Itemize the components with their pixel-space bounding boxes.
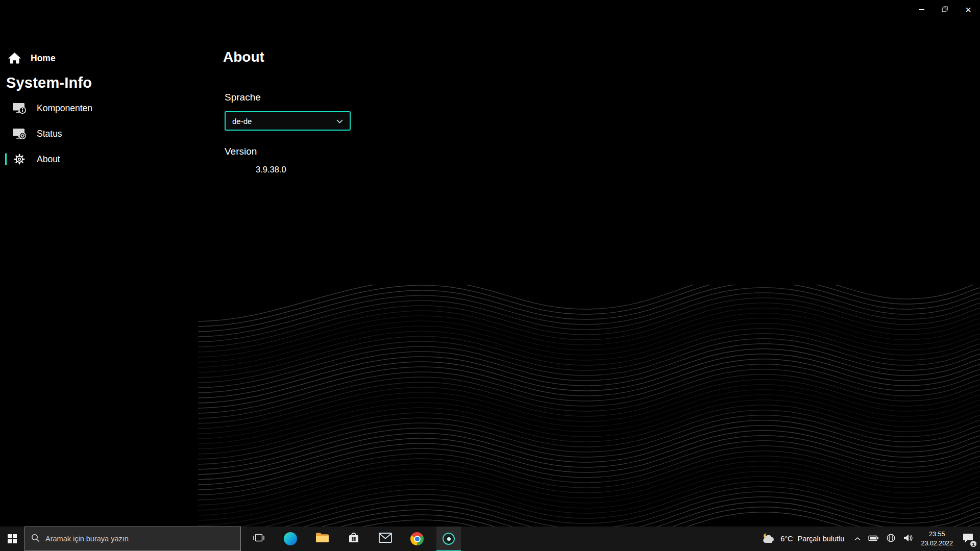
sidebar-item-label: About (37, 154, 60, 165)
store-button[interactable] (341, 527, 366, 551)
notification-badge: 1 (970, 540, 977, 547)
sidebar-item-komponenten[interactable]: Komponenten (0, 95, 194, 121)
monitor-info-icon (12, 102, 27, 115)
system-info-app-icon (443, 533, 455, 545)
version-label: Version (225, 146, 351, 157)
network-globe-icon (886, 533, 896, 545)
edge-button[interactable] (278, 527, 303, 551)
taskbar-apps (247, 527, 461, 551)
search-input[interactable] (45, 535, 234, 543)
monitor-gear-icon (12, 128, 27, 140)
start-button[interactable] (0, 527, 24, 551)
chevron-up-icon (854, 534, 861, 543)
file-explorer-button[interactable] (310, 527, 334, 551)
sidebar: Home System-Info Komponenten (0, 48, 194, 172)
search-icon (31, 534, 40, 544)
volume-icon (903, 534, 913, 544)
store-icon (348, 532, 360, 546)
page-title: About (223, 49, 351, 65)
task-view-icon (253, 532, 265, 545)
chrome-button[interactable] (405, 527, 429, 551)
tray-expand-button[interactable] (850, 527, 865, 551)
main-content: About Sprache de-de Version 3.9.38.0 (223, 49, 351, 174)
taskbar: 6°C Parçalı bulutlu (0, 527, 980, 551)
battery-status-button[interactable] (865, 527, 883, 551)
edge-icon (284, 532, 297, 545)
notification-center-button[interactable]: 1 (958, 527, 980, 551)
sidebar-item-label: Komponenten (37, 103, 92, 114)
taskbar-search (24, 527, 241, 551)
windows-logo-icon (8, 534, 17, 543)
mail-icon (379, 533, 392, 545)
language-label: Sprache (225, 92, 351, 103)
close-button[interactable]: × (957, 0, 980, 19)
network-status-button[interactable] (883, 527, 899, 551)
gear-icon (12, 153, 27, 166)
language-dropdown[interactable]: de-de (225, 111, 351, 131)
file-explorer-icon (315, 532, 329, 545)
background-waves (198, 285, 980, 529)
sidebar-item-status[interactable]: Status (0, 121, 194, 146)
clock-date: 23.02.2022 (921, 539, 953, 548)
clock-time: 23:55 (929, 530, 945, 539)
home-icon (7, 52, 21, 64)
weather-condition: Parçalı bulutlu (798, 535, 845, 543)
battery-icon (868, 534, 879, 543)
version-value: 3.9.38.0 (256, 165, 351, 174)
close-icon: × (965, 5, 971, 15)
app-title: System-Info (6, 74, 194, 91)
sidebar-item-label: Status (37, 129, 62, 139)
chrome-icon (410, 532, 424, 545)
sidebar-nav: Komponenten (0, 95, 194, 172)
task-view-button[interactable] (247, 527, 271, 551)
weather-temp: 6°C (780, 535, 793, 543)
weather-icon (762, 532, 776, 545)
sidebar-home-label: Home (31, 53, 56, 64)
minimize-button[interactable] (910, 0, 933, 19)
language-dropdown-value: de-de (232, 117, 252, 126)
weather-widget[interactable]: 6°C Parçalı bulutlu (755, 527, 850, 551)
maximize-restore-button[interactable] (933, 0, 957, 19)
mail-button[interactable] (373, 527, 398, 551)
sidebar-item-about[interactable]: About (0, 146, 194, 172)
chevron-down-icon (336, 117, 344, 126)
clock[interactable]: 23:55 23.02.2022 (916, 527, 958, 551)
system-tray: 6°C Parçalı bulutlu (755, 527, 980, 551)
minimize-icon (919, 9, 924, 10)
window-controls: × (910, 0, 980, 19)
desktop: × Home System-Info (0, 0, 980, 551)
volume-button[interactable] (899, 527, 916, 551)
system-info-app-button[interactable] (436, 527, 461, 551)
sidebar-item-home[interactable]: Home (0, 48, 194, 68)
restore-icon (942, 6, 948, 14)
